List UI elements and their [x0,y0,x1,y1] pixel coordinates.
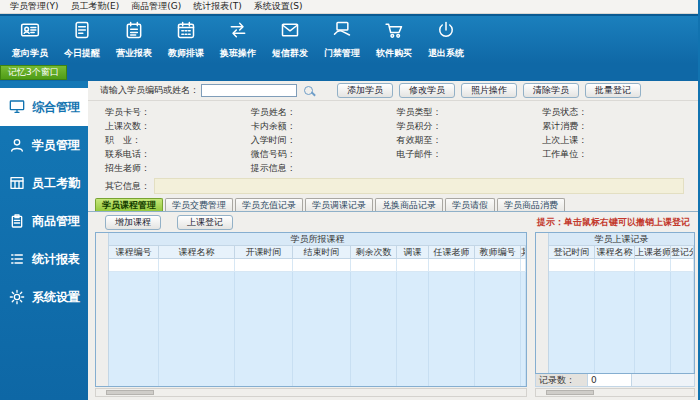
class-records-table: 学员上课记录 登记时间 课程名称 上课老师 登记分校 [535,232,695,374]
toolbar-label: 换班操作 [220,47,256,60]
app-window: 学员管理(Y) 员工考勤(E) 商品管理(G) 统计报表(T) 系统设置(S) … [0,0,700,400]
tab-goods-purchase[interactable]: 学员商品消费 [497,198,565,211]
tab-leave-requests[interactable]: 学员请假 [445,198,495,211]
add-course-button[interactable]: 增加课程 [105,215,161,230]
toolbar-button-business-report[interactable]: 营业报表 [108,20,160,60]
column-header-teacher-id[interactable]: 教师编号 [475,246,521,258]
quick-access-bar: 记忆3个窗口 [0,64,698,81]
field-label-email: 电子邮件： [397,148,442,161]
menu-item-staff-attendance[interactable]: 员工考勤(E) [65,0,126,13]
window-body: 综合管理 学员管理 员工考勤 商品管理 统计报表 系统设置 [0,81,698,400]
toolbar-label: 今日提醒 [64,47,100,60]
tab-goods-exchange-records[interactable]: 兑换商品记录 [375,198,443,211]
column-header-course-name[interactable]: 课程名称 [159,246,235,258]
class-register-button[interactable]: 上课登记 [177,215,233,230]
cart-icon [384,20,404,44]
toolbar-button-prospective-students[interactable]: 意向学员 [4,20,56,60]
window-memory-badge[interactable]: 记忆3个窗口 [0,65,67,80]
column-header-reschedule[interactable]: 调课 [397,246,429,258]
menu-item-system-settings[interactable]: 系统设置(S) [248,0,309,13]
menu-item-statistics-report[interactable]: 统计报表(T) [187,0,248,13]
toolbar-label: 教师排课 [168,47,204,60]
table-row[interactable] [109,259,526,272]
swap-icon [228,20,248,44]
attendance-icon [9,175,25,191]
photo-operation-button[interactable]: 照片操作 [461,83,517,98]
column-header-class-teacher[interactable]: 上课老师 [635,246,671,258]
field-label-employer: 工作单位： [542,148,587,161]
sidebar-item-label: 商品管理 [32,213,80,230]
tab-payment-management[interactable]: 学员交费管理 [165,198,233,211]
sidebar-item-system-settings[interactable]: 系统设置 [0,278,88,316]
tab-course-management[interactable]: 学员课程管理 [95,198,163,211]
field-label-name: 学员姓名： [251,106,296,119]
table-row[interactable] [549,259,694,272]
tab-content: 增加课程 上课登记 学员所报课程 课程编号 课程名称 开课时间 结束时间 [88,212,698,400]
table-header-row: 登记时间 课程名称 上课老师 登记分校 [549,246,694,259]
table-content: 学员所报课程 课程编号 课程名称 开课时间 结束时间 剩余次数 调课 任课老师 … [109,233,526,386]
field-label-wechat: 微信号码： [251,148,296,161]
toolbar-button-teacher-scheduling[interactable]: 教师排课 [160,20,212,60]
column-header-course-name[interactable]: 课程名称 [595,246,635,258]
sidebar-item-label: 统计报表 [32,251,80,268]
table-content: 学员上课记录 登记时间 课程名称 上课老师 登记分校 [549,233,694,373]
field-label-tip-info: 提示信息： [251,162,296,175]
horizontal-scrollbar[interactable] [535,388,695,397]
column-header-end-time[interactable]: 结束时间 [293,246,351,258]
tab-recharge-records[interactable]: 学员充值记录 [235,198,303,211]
toolbar-button-door-access[interactable]: 门禁管理 [316,20,368,60]
other-info-input[interactable] [154,178,684,194]
toolbar-button-class-swap[interactable]: 换班操作 [212,20,264,60]
toolbar-label: 营业报表 [116,47,152,60]
enrolled-courses-table: 学员所报课程 课程编号 课程名称 开课时间 结束时间 剩余次数 调课 任课老师 … [95,232,527,387]
course-panel: 增加课程 上课登记 学员所报课程 课程编号 课程名称 开课时间 结束时间 [95,212,527,397]
sidebar-item-statistics-report[interactable]: 统计报表 [0,240,88,278]
calendar-icon [176,20,196,44]
clear-member-button[interactable]: 清除学员 [523,83,579,98]
tab-reschedule-records[interactable]: 学员调课记录 [305,198,373,211]
column-header-start-time[interactable]: 开课时间 [235,246,293,258]
column-header-course-id[interactable]: 课程编号 [109,246,159,258]
toolbar-button-buy-software[interactable]: 软件购买 [368,20,420,60]
toolbar-button-exit-system[interactable]: 退出系统 [420,20,472,60]
search-icon[interactable] [303,85,315,97]
record-count-value: 0 [588,374,632,386]
table-body [549,272,694,373]
sidebar-item-general-management[interactable]: 综合管理 [0,88,88,126]
table-header-row: 课程编号 课程名称 开课时间 结束时间 剩余次数 调课 任课老师 教师编号 其它… [109,246,526,259]
toolbar-button-sms-broadcast[interactable]: 短信群发 [264,20,316,60]
sidebar-item-staff-attendance[interactable]: 员工考勤 [0,164,88,202]
field-label-occupation: 职 业： [105,134,141,147]
menu-item-member-management[interactable]: 学员管理(Y) [4,0,65,13]
column-header-register-time[interactable]: 登记时间 [549,246,595,258]
toolbar-label: 意向学员 [12,47,48,60]
search-toolbar: 请输入学员编码或姓名： 添加学员 修改学员 照片操作 清除学员 批量登记 [88,81,698,101]
scrollbar-thumb[interactable] [546,390,594,395]
search-input[interactable] [201,84,297,97]
horizontal-scrollbar[interactable] [95,388,527,397]
field-label-enroll-time: 入学时间： [251,134,296,147]
table-title: 学员所报课程 [109,233,526,246]
sms-icon [280,20,300,44]
toolbar-button-today-reminders[interactable]: 今日提醒 [56,20,108,60]
column-header-remaining-count[interactable]: 剩余次数 [351,246,397,258]
sidebar-item-member-management[interactable]: 学员管理 [0,126,88,164]
field-label-recruiter: 招生老师： [105,162,150,175]
batch-register-button[interactable]: 批量登记 [585,83,641,98]
edit-member-button[interactable]: 修改学员 [399,83,455,98]
panel-splitter[interactable] [529,212,533,397]
column-header-other-info[interactable]: 其它信息 [521,246,526,258]
attendance-panel: 提示：单击鼠标右键可以撤销上课登记 学员上课记录 登记时间 课程名称 上课老师 … [535,212,695,397]
add-member-button[interactable]: 添加学员 [337,83,393,98]
field-label-class-count: 上课次数： [105,120,150,133]
sidebar: 综合管理 学员管理 员工考勤 商品管理 统计报表 系统设置 [0,81,88,400]
column-header-register-branch[interactable]: 登记分校 [671,246,694,258]
menu-item-goods-management[interactable]: 商品管理(G) [125,0,187,13]
sidebar-item-goods-management[interactable]: 商品管理 [0,202,88,240]
reminder-icon [72,20,92,44]
member-info-form: 学员卡号： 学员姓名： 学员类型： 学员状态： 上课次数： 卡内余额： 学员积分… [88,101,698,177]
monitor-icon [9,99,25,115]
column-header-teacher[interactable]: 任课老师 [429,246,475,258]
scrollbar-thumb[interactable] [106,390,154,395]
other-info-row: 其它信息： [88,177,698,195]
